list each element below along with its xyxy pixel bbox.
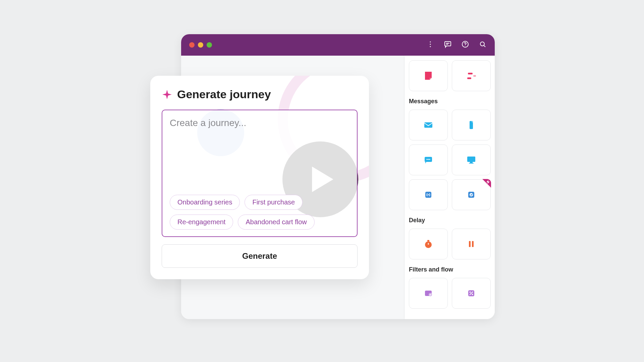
svg-rect-9 xyxy=(467,77,471,79)
help-icon[interactable] xyxy=(461,40,469,50)
svg-rect-24 xyxy=(427,240,429,241)
svg-rect-10 xyxy=(424,122,432,128)
svg-rect-16 xyxy=(467,157,475,162)
palette-tile-filter[interactable] xyxy=(409,278,448,309)
svg-rect-26 xyxy=(472,241,474,247)
palette-tile-mobile[interactable] xyxy=(452,110,491,140)
svg-rect-7 xyxy=(468,73,473,74)
more-icon[interactable] xyxy=(426,40,434,50)
sparkle-icon xyxy=(162,89,172,100)
svg-rect-25 xyxy=(469,241,471,247)
svg-point-2 xyxy=(430,46,431,47)
close-window-icon[interactable] xyxy=(189,42,195,48)
titlebar xyxy=(181,34,495,56)
svg-point-6 xyxy=(480,42,484,46)
svg-point-30 xyxy=(470,292,471,293)
svg-rect-8 xyxy=(473,75,476,77)
palette-tile-check-app[interactable] xyxy=(452,179,491,210)
section-label-delay: Delay xyxy=(409,217,491,224)
components-palette: Messages xyxy=(405,56,495,319)
svg-point-14 xyxy=(428,159,429,160)
palette-tile-note[interactable] xyxy=(409,60,448,91)
palette-tile-broadcast[interactable] xyxy=(409,179,448,210)
svg-point-15 xyxy=(429,159,430,160)
chat-icon[interactable] xyxy=(444,40,452,50)
chip-re-engagement[interactable]: Re-engagement xyxy=(170,215,233,230)
palette-tile-timer[interactable] xyxy=(409,229,448,259)
svg-rect-18 xyxy=(469,163,474,164)
window-traffic-lights xyxy=(189,42,212,48)
svg-point-20 xyxy=(428,194,429,195)
palette-tile-percent[interactable] xyxy=(452,278,491,309)
section-label-messages: Messages xyxy=(409,98,491,105)
generate-journey-card: Generate journey Create a journey... Onb… xyxy=(150,76,369,279)
svg-point-5 xyxy=(465,46,466,46)
card-title: Generate journey xyxy=(177,88,271,101)
chip-onboarding-series[interactable]: Onboarding series xyxy=(170,195,240,210)
prompt-input[interactable]: Create a journey... Onboarding series Fi… xyxy=(162,110,358,237)
palette-tile-bars[interactable] xyxy=(452,60,491,91)
chip-abandoned-cart[interactable]: Abandoned cart flow xyxy=(238,215,314,230)
palette-tile-sms[interactable] xyxy=(409,144,448,175)
svg-point-13 xyxy=(426,159,427,160)
chip-first-purchase[interactable]: First purchase xyxy=(245,195,303,210)
generate-button[interactable]: Generate xyxy=(162,244,358,268)
svg-rect-3 xyxy=(445,42,451,46)
prompt-placeholder: Create a journey... xyxy=(170,118,350,128)
maximize-window-icon[interactable] xyxy=(207,42,212,48)
palette-tile-pause[interactable] xyxy=(452,229,491,259)
suggestion-chips: Onboarding series First purchase Re-enga… xyxy=(170,195,350,230)
svg-rect-17 xyxy=(470,162,473,163)
palette-tile-desktop[interactable] xyxy=(452,144,491,175)
search-icon[interactable] xyxy=(479,40,487,50)
minimize-window-icon[interactable] xyxy=(198,42,203,48)
svg-point-31 xyxy=(472,294,473,295)
premium-badge-icon xyxy=(482,179,491,188)
svg-point-1 xyxy=(430,44,431,45)
section-label-filters: Filters and flow xyxy=(409,266,491,273)
svg-point-0 xyxy=(430,41,431,42)
palette-tile-email[interactable] xyxy=(409,110,448,140)
